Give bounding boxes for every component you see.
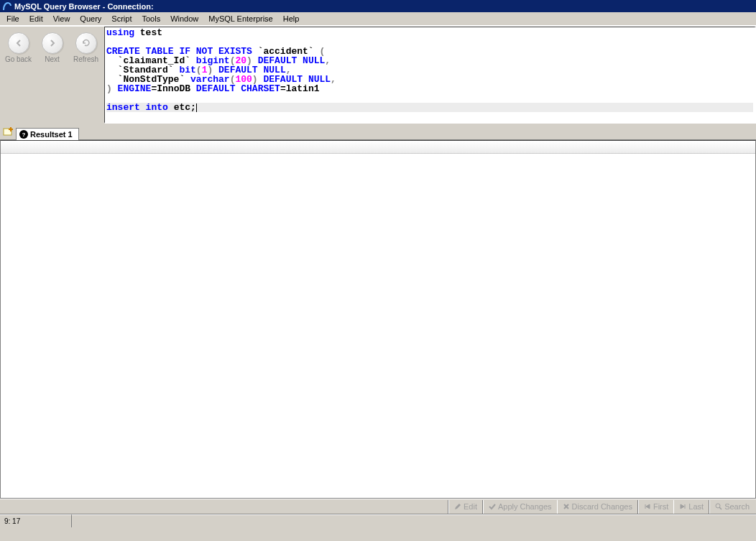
menu-help[interactable]: Help	[278, 13, 305, 24]
resultset-icon: ?	[19, 130, 28, 139]
menu-edit[interactable]: Edit	[24, 13, 48, 24]
menu-script[interactable]: Script	[106, 13, 137, 24]
bottom-toolbar: Edit Apply Changes Discard Changes First…	[0, 499, 756, 514]
apply-label: Apply Changes	[498, 502, 552, 511]
window-title: MySQL Query Browser - Connection:	[14, 2, 154, 11]
refresh-icon	[75, 32, 97, 54]
status-bar: 9: 17	[0, 514, 756, 527]
last-button[interactable]: Last	[673, 500, 709, 514]
go-back-button[interactable]: Go back	[4, 32, 32, 63]
refresh-label: Refresh	[73, 55, 98, 63]
menu-view[interactable]: View	[48, 13, 75, 24]
sql-token: insert into	[106, 102, 168, 113]
next-label: Next	[45, 55, 60, 63]
status-cursor-position: 9: 17	[0, 514, 72, 527]
menu-tools[interactable]: Tools	[137, 13, 165, 24]
edit-button[interactable]: Edit	[448, 500, 482, 514]
tab-label: Resultset 1	[30, 130, 73, 139]
sql-token: test	[134, 27, 162, 38]
sql-token: ,	[325, 55, 331, 66]
last-label: Last	[688, 502, 704, 511]
x-icon	[563, 503, 570, 510]
status-empty	[72, 514, 756, 527]
first-icon	[644, 503, 651, 510]
results-area[interactable]	[0, 140, 756, 499]
discard-changes-button[interactable]: Discard Changes	[557, 500, 637, 514]
discard-label: Discard Changes	[572, 502, 632, 511]
tab-resultset-1[interactable]: ? Resultset 1	[16, 128, 79, 140]
arrow-right-icon	[42, 32, 63, 54]
refresh-button[interactable]: Refresh	[72, 32, 100, 63]
menu-mysql-enterprise[interactable]: MySQL Enterprise	[203, 13, 277, 24]
status-pos-text: 9: 17	[4, 517, 20, 525]
sql-token: using	[106, 27, 134, 38]
result-tabs: ? Resultset 1	[0, 124, 756, 139]
pencil-icon	[454, 503, 461, 510]
edit-label: Edit	[464, 502, 477, 511]
search-label: Search	[724, 502, 750, 511]
title-bar: MySQL Query Browser - Connection:	[0, 0, 756, 12]
text-cursor	[196, 103, 197, 112]
sql-token: ENGINE	[118, 83, 152, 94]
app-icon	[2, 1, 12, 11]
nav-buttons: Go back Next Refresh	[0, 27, 104, 124]
sql-token: =InnoDB	[151, 83, 195, 94]
sql-token: etc;	[168, 102, 196, 113]
menu-query[interactable]: Query	[75, 13, 106, 24]
sql-token: )	[106, 83, 118, 94]
results-header	[1, 141, 755, 154]
check-icon	[489, 503, 496, 510]
menu-file[interactable]: File	[1, 13, 24, 24]
first-label: First	[653, 502, 668, 511]
toolbar-area: Go back Next Refresh using test CREATE T…	[0, 26, 756, 124]
sql-token: DEFAULT CHARSET	[196, 83, 280, 94]
sql-token: ,	[331, 74, 336, 85]
arrow-left-icon	[8, 32, 29, 54]
sql-editor[interactable]: using test CREATE TABLE IF NOT EXISTS `a…	[104, 27, 756, 124]
search-icon	[715, 503, 722, 510]
next-button[interactable]: Next	[38, 32, 66, 63]
new-tab-icon[interactable]	[3, 126, 14, 138]
menu-bar: File Edit View Query Script Tools Window…	[0, 12, 756, 26]
sql-token: =latin1	[280, 83, 320, 94]
menu-window[interactable]: Window	[165, 13, 203, 24]
apply-changes-button[interactable]: Apply Changes	[483, 500, 557, 514]
first-button[interactable]: First	[638, 500, 673, 514]
go-back-label: Go back	[5, 55, 32, 63]
last-icon	[679, 503, 686, 510]
search-button[interactable]: Search	[709, 500, 755, 514]
